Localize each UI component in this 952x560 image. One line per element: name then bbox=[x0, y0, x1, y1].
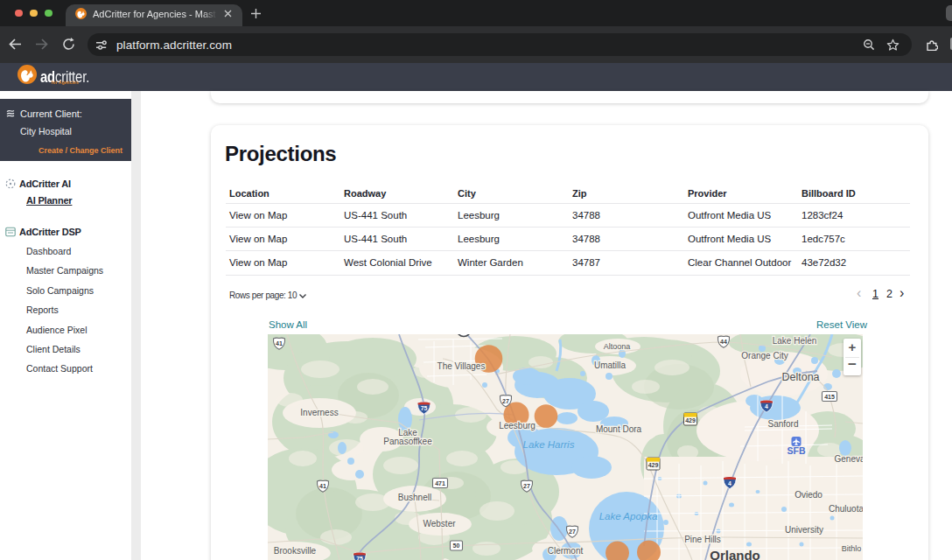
svg-text:27: 27 bbox=[523, 483, 530, 489]
svg-text:Bithlo: Bithlo bbox=[842, 544, 862, 553]
svg-text:Umatilla: Umatilla bbox=[594, 360, 626, 370]
svg-text:Lake Apopka: Lake Apopka bbox=[599, 511, 658, 522]
svg-text:Deltona: Deltona bbox=[781, 371, 819, 383]
svg-text:Brooksville: Brooksville bbox=[274, 546, 317, 556]
svg-text:Webster: Webster bbox=[423, 519, 456, 528]
svg-text:Leesburg: Leesburg bbox=[499, 421, 536, 430]
svg-text:Lake Helen: Lake Helen bbox=[773, 336, 817, 346]
svg-text:429: 429 bbox=[685, 417, 696, 424]
svg-text:Inverness: Inverness bbox=[300, 408, 338, 417]
svg-text:471: 471 bbox=[435, 480, 445, 486]
svg-text:Chuluota: Chuluota bbox=[829, 504, 863, 514]
svg-text:Altoona: Altoona bbox=[604, 342, 631, 351]
svg-text:4: 4 bbox=[765, 403, 768, 410]
svg-text:415: 415 bbox=[824, 394, 835, 400]
svg-text:429: 429 bbox=[648, 462, 659, 468]
svg-text:41: 41 bbox=[276, 340, 283, 346]
svg-text:44: 44 bbox=[720, 339, 727, 345]
svg-text:Lake Harris: Lake Harris bbox=[523, 439, 575, 450]
svg-text:Sanford: Sanford bbox=[767, 419, 798, 429]
svg-text:27: 27 bbox=[502, 398, 509, 404]
svg-text:Bushnell: Bushnell bbox=[398, 493, 431, 502]
svg-text:University: University bbox=[785, 525, 823, 535]
svg-text:4: 4 bbox=[728, 480, 732, 486]
svg-text:Clermont: Clermont bbox=[548, 546, 584, 556]
svg-text:Orange City: Orange City bbox=[741, 351, 788, 360]
svg-text:50: 50 bbox=[453, 542, 460, 549]
svg-text:SFB: SFB bbox=[788, 445, 806, 456]
svg-text:41: 41 bbox=[319, 483, 326, 489]
svg-text:Panasoffkee: Panasoffkee bbox=[383, 437, 432, 446]
svg-text:The Villages: The Villages bbox=[438, 361, 486, 371]
svg-text:Geneva: Geneva bbox=[834, 454, 863, 464]
svg-text:Mount Dora: Mount Dora bbox=[596, 424, 642, 434]
svg-text:Pine Hills: Pine Hills bbox=[684, 535, 721, 544]
svg-text:75: 75 bbox=[421, 405, 428, 411]
svg-text:Oviedo: Oviedo bbox=[794, 490, 822, 500]
svg-text:Orlando: Orlando bbox=[710, 548, 760, 560]
svg-text:27: 27 bbox=[569, 528, 576, 535]
svg-text:75: 75 bbox=[356, 556, 363, 560]
